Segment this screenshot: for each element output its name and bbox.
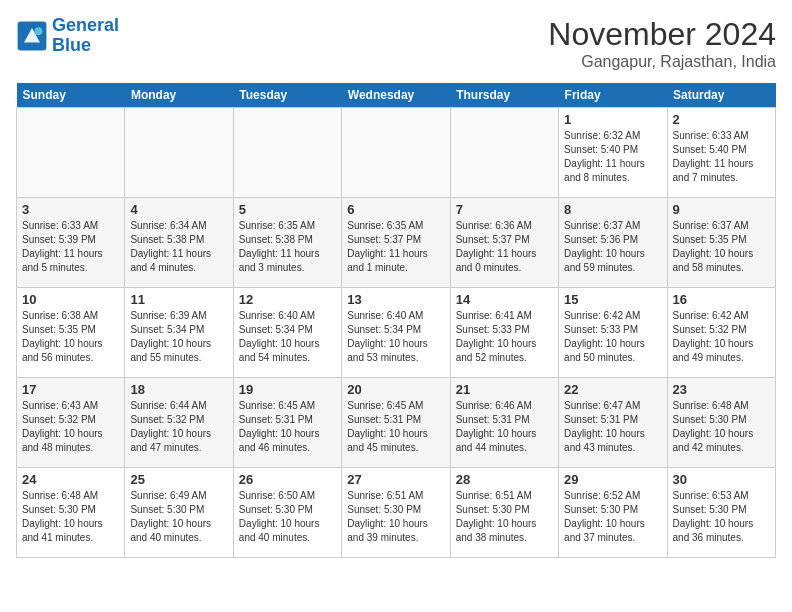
- calendar-cell: 28Sunrise: 6:51 AM Sunset: 5:30 PM Dayli…: [450, 468, 558, 558]
- day-info: Sunrise: 6:38 AM Sunset: 5:35 PM Dayligh…: [22, 309, 119, 365]
- weekday-header-tuesday: Tuesday: [233, 83, 341, 108]
- svg-point-2: [34, 27, 42, 35]
- calendar-table: SundayMondayTuesdayWednesdayThursdayFrid…: [16, 83, 776, 558]
- day-number: 26: [239, 472, 336, 487]
- day-number: 27: [347, 472, 444, 487]
- day-info: Sunrise: 6:51 AM Sunset: 5:30 PM Dayligh…: [347, 489, 444, 545]
- calendar-cell: 9Sunrise: 6:37 AM Sunset: 5:35 PM Daylig…: [667, 198, 775, 288]
- calendar-cell: 7Sunrise: 6:36 AM Sunset: 5:37 PM Daylig…: [450, 198, 558, 288]
- calendar-cell: 13Sunrise: 6:40 AM Sunset: 5:34 PM Dayli…: [342, 288, 450, 378]
- calendar-cell: 14Sunrise: 6:41 AM Sunset: 5:33 PM Dayli…: [450, 288, 558, 378]
- day-info: Sunrise: 6:39 AM Sunset: 5:34 PM Dayligh…: [130, 309, 227, 365]
- day-number: 21: [456, 382, 553, 397]
- day-info: Sunrise: 6:53 AM Sunset: 5:30 PM Dayligh…: [673, 489, 770, 545]
- page-header: General Blue November 2024 Gangapur, Raj…: [16, 16, 776, 71]
- calendar-cell: 22Sunrise: 6:47 AM Sunset: 5:31 PM Dayli…: [559, 378, 667, 468]
- day-info: Sunrise: 6:52 AM Sunset: 5:30 PM Dayligh…: [564, 489, 661, 545]
- day-number: 6: [347, 202, 444, 217]
- day-info: Sunrise: 6:40 AM Sunset: 5:34 PM Dayligh…: [347, 309, 444, 365]
- calendar-cell: 4Sunrise: 6:34 AM Sunset: 5:38 PM Daylig…: [125, 198, 233, 288]
- day-info: Sunrise: 6:32 AM Sunset: 5:40 PM Dayligh…: [564, 129, 661, 185]
- logo: General Blue: [16, 16, 119, 56]
- day-number: 1: [564, 112, 661, 127]
- day-number: 2: [673, 112, 770, 127]
- calendar-cell: 8Sunrise: 6:37 AM Sunset: 5:36 PM Daylig…: [559, 198, 667, 288]
- day-info: Sunrise: 6:48 AM Sunset: 5:30 PM Dayligh…: [673, 399, 770, 455]
- day-number: 20: [347, 382, 444, 397]
- day-info: Sunrise: 6:48 AM Sunset: 5:30 PM Dayligh…: [22, 489, 119, 545]
- day-number: 9: [673, 202, 770, 217]
- day-info: Sunrise: 6:50 AM Sunset: 5:30 PM Dayligh…: [239, 489, 336, 545]
- day-info: Sunrise: 6:33 AM Sunset: 5:39 PM Dayligh…: [22, 219, 119, 275]
- day-info: Sunrise: 6:43 AM Sunset: 5:32 PM Dayligh…: [22, 399, 119, 455]
- day-info: Sunrise: 6:45 AM Sunset: 5:31 PM Dayligh…: [347, 399, 444, 455]
- calendar-cell: 24Sunrise: 6:48 AM Sunset: 5:30 PM Dayli…: [17, 468, 125, 558]
- calendar-week-5: 24Sunrise: 6:48 AM Sunset: 5:30 PM Dayli…: [17, 468, 776, 558]
- day-number: 13: [347, 292, 444, 307]
- day-info: Sunrise: 6:35 AM Sunset: 5:38 PM Dayligh…: [239, 219, 336, 275]
- calendar-cell: [450, 108, 558, 198]
- day-info: Sunrise: 6:37 AM Sunset: 5:35 PM Dayligh…: [673, 219, 770, 275]
- calendar-cell: 6Sunrise: 6:35 AM Sunset: 5:37 PM Daylig…: [342, 198, 450, 288]
- day-number: 16: [673, 292, 770, 307]
- day-number: 4: [130, 202, 227, 217]
- day-number: 29: [564, 472, 661, 487]
- day-info: Sunrise: 6:40 AM Sunset: 5:34 PM Dayligh…: [239, 309, 336, 365]
- day-info: Sunrise: 6:42 AM Sunset: 5:32 PM Dayligh…: [673, 309, 770, 365]
- day-number: 25: [130, 472, 227, 487]
- day-number: 30: [673, 472, 770, 487]
- calendar-cell: 17Sunrise: 6:43 AM Sunset: 5:32 PM Dayli…: [17, 378, 125, 468]
- day-info: Sunrise: 6:46 AM Sunset: 5:31 PM Dayligh…: [456, 399, 553, 455]
- day-info: Sunrise: 6:51 AM Sunset: 5:30 PM Dayligh…: [456, 489, 553, 545]
- day-number: 12: [239, 292, 336, 307]
- calendar-cell: 18Sunrise: 6:44 AM Sunset: 5:32 PM Dayli…: [125, 378, 233, 468]
- calendar-cell: 20Sunrise: 6:45 AM Sunset: 5:31 PM Dayli…: [342, 378, 450, 468]
- day-info: Sunrise: 6:49 AM Sunset: 5:30 PM Dayligh…: [130, 489, 227, 545]
- weekday-header-row: SundayMondayTuesdayWednesdayThursdayFrid…: [17, 83, 776, 108]
- logo-icon: [16, 20, 48, 52]
- calendar-cell: 1Sunrise: 6:32 AM Sunset: 5:40 PM Daylig…: [559, 108, 667, 198]
- calendar-cell: 29Sunrise: 6:52 AM Sunset: 5:30 PM Dayli…: [559, 468, 667, 558]
- day-info: Sunrise: 6:33 AM Sunset: 5:40 PM Dayligh…: [673, 129, 770, 185]
- calendar-week-1: 1Sunrise: 6:32 AM Sunset: 5:40 PM Daylig…: [17, 108, 776, 198]
- calendar-cell: [233, 108, 341, 198]
- day-number: 11: [130, 292, 227, 307]
- day-number: 28: [456, 472, 553, 487]
- calendar-cell: 10Sunrise: 6:38 AM Sunset: 5:35 PM Dayli…: [17, 288, 125, 378]
- calendar-cell: [17, 108, 125, 198]
- calendar-cell: 25Sunrise: 6:49 AM Sunset: 5:30 PM Dayli…: [125, 468, 233, 558]
- calendar-week-4: 17Sunrise: 6:43 AM Sunset: 5:32 PM Dayli…: [17, 378, 776, 468]
- day-number: 15: [564, 292, 661, 307]
- day-info: Sunrise: 6:41 AM Sunset: 5:33 PM Dayligh…: [456, 309, 553, 365]
- weekday-header-saturday: Saturday: [667, 83, 775, 108]
- calendar-cell: 30Sunrise: 6:53 AM Sunset: 5:30 PM Dayli…: [667, 468, 775, 558]
- calendar-cell: [342, 108, 450, 198]
- day-info: Sunrise: 6:37 AM Sunset: 5:36 PM Dayligh…: [564, 219, 661, 275]
- calendar-cell: 23Sunrise: 6:48 AM Sunset: 5:30 PM Dayli…: [667, 378, 775, 468]
- title-block: November 2024 Gangapur, Rajasthan, India: [548, 16, 776, 71]
- day-info: Sunrise: 6:45 AM Sunset: 5:31 PM Dayligh…: [239, 399, 336, 455]
- calendar-cell: 21Sunrise: 6:46 AM Sunset: 5:31 PM Dayli…: [450, 378, 558, 468]
- day-number: 5: [239, 202, 336, 217]
- day-number: 22: [564, 382, 661, 397]
- weekday-header-monday: Monday: [125, 83, 233, 108]
- day-info: Sunrise: 6:44 AM Sunset: 5:32 PM Dayligh…: [130, 399, 227, 455]
- day-number: 14: [456, 292, 553, 307]
- location: Gangapur, Rajasthan, India: [548, 53, 776, 71]
- day-info: Sunrise: 6:34 AM Sunset: 5:38 PM Dayligh…: [130, 219, 227, 275]
- day-number: 17: [22, 382, 119, 397]
- calendar-cell: [125, 108, 233, 198]
- day-number: 8: [564, 202, 661, 217]
- day-number: 10: [22, 292, 119, 307]
- month-title: November 2024: [548, 16, 776, 53]
- weekday-header-sunday: Sunday: [17, 83, 125, 108]
- calendar-cell: 19Sunrise: 6:45 AM Sunset: 5:31 PM Dayli…: [233, 378, 341, 468]
- calendar-cell: 11Sunrise: 6:39 AM Sunset: 5:34 PM Dayli…: [125, 288, 233, 378]
- day-number: 3: [22, 202, 119, 217]
- calendar-cell: 15Sunrise: 6:42 AM Sunset: 5:33 PM Dayli…: [559, 288, 667, 378]
- logo-general: General: [52, 15, 119, 35]
- calendar-cell: 12Sunrise: 6:40 AM Sunset: 5:34 PM Dayli…: [233, 288, 341, 378]
- day-number: 23: [673, 382, 770, 397]
- calendar-cell: 16Sunrise: 6:42 AM Sunset: 5:32 PM Dayli…: [667, 288, 775, 378]
- day-number: 19: [239, 382, 336, 397]
